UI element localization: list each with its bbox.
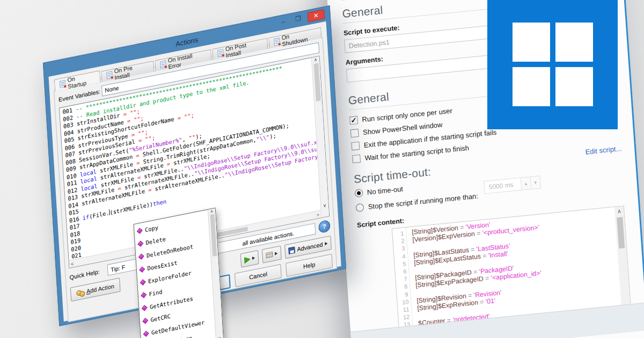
autocomplete-item-icon bbox=[142, 305, 148, 311]
scrollbar-thumb[interactable] bbox=[313, 63, 320, 101]
package-button[interactable] bbox=[262, 246, 282, 263]
stage: General Script to execute: Arguments: Ge… bbox=[0, 0, 644, 338]
windows-logo bbox=[487, 0, 618, 129]
autocomplete-item-icon bbox=[137, 241, 143, 247]
spinner-up-icon[interactable]: ▲ bbox=[521, 177, 532, 190]
scrollbar-thumb[interactable] bbox=[617, 217, 625, 248]
tab-page-icon bbox=[106, 71, 112, 79]
dropdown-arrow-icon[interactable] bbox=[325, 241, 327, 245]
checkbox-icon[interactable] bbox=[352, 154, 361, 163]
autocomplete-item-icon bbox=[142, 318, 148, 324]
tab-page-icon bbox=[217, 49, 223, 57]
add-action-icon bbox=[76, 289, 84, 297]
checkbox-icon[interactable] bbox=[351, 141, 360, 150]
scroll-up-icon[interactable]: ∧ bbox=[614, 206, 624, 217]
windows-logo-pane bbox=[513, 23, 550, 62]
autocomplete-item-icon bbox=[138, 254, 144, 260]
radio-no-timeout-label: No time-out bbox=[367, 185, 404, 196]
scroll-down-icon[interactable]: ∨ bbox=[321, 202, 328, 209]
checkbox-icon[interactable] bbox=[350, 129, 359, 137]
autocomplete-item-label: Find bbox=[149, 288, 163, 297]
dropdown-arrow-icon[interactable] bbox=[252, 256, 255, 260]
tab-page-icon bbox=[274, 38, 280, 46]
run-action-button[interactable] bbox=[240, 250, 259, 268]
quick-help-tip-left: Tip: F bbox=[111, 262, 126, 275]
autocomplete-item-icon bbox=[139, 267, 145, 273]
quick-help-icon[interactable]: ? bbox=[318, 219, 331, 233]
scroll-right-icon[interactable]: > bbox=[317, 211, 320, 217]
autocomplete-item-label: Copy bbox=[145, 224, 159, 233]
autocomplete-item-icon bbox=[141, 292, 147, 298]
scroll-up-icon[interactable]: ∧ bbox=[208, 208, 215, 215]
scroll-up-icon[interactable]: ∧ bbox=[312, 56, 319, 63]
autocomplete-item-icon bbox=[137, 228, 143, 234]
actions-dialog: Actions – ❐ ✕ On StartupOn Pre InstallOn… bbox=[43, 5, 346, 326]
scroll-left-icon[interactable]: < bbox=[71, 261, 74, 267]
checkbox-checked-icon[interactable]: ✓ bbox=[349, 116, 358, 124]
windows-logo-pane bbox=[513, 67, 550, 106]
advanced-label: Advanced bbox=[297, 241, 323, 253]
dropdown-arrow-icon[interactable] bbox=[275, 252, 277, 255]
scroll-down-icon[interactable]: ∨ bbox=[216, 335, 223, 338]
run-action-icon bbox=[244, 256, 250, 263]
radio-dot-selected-icon[interactable] bbox=[355, 189, 363, 197]
autocomplete-item-label: Delete bbox=[145, 236, 166, 246]
spinner-down-icon[interactable]: ▼ bbox=[530, 175, 541, 189]
windows-logo-pane bbox=[555, 23, 593, 62]
tab-page-icon bbox=[160, 61, 166, 69]
package-icon bbox=[266, 252, 273, 259]
autocomplete-dropdown: CopyDeleteDeleteOnRebootDoesExistExplore… bbox=[134, 208, 224, 338]
autocomplete-item-label: GetCRC bbox=[150, 313, 171, 323]
autocomplete-item-icon bbox=[143, 330, 149, 336]
autocomplete-item-icon bbox=[140, 280, 146, 285]
advanced-disk-icon bbox=[288, 247, 295, 254]
radio-dot-icon[interactable] bbox=[355, 203, 364, 211]
quick-help-label: Quick Help: bbox=[69, 267, 107, 281]
scrollbar-thumb[interactable] bbox=[210, 214, 217, 256]
autocomplete-list: CopyDeleteDeleteOnRebootDoesExistExplore… bbox=[134, 210, 216, 338]
tab-page-icon bbox=[60, 80, 65, 88]
windows-logo-pane bbox=[555, 67, 593, 106]
